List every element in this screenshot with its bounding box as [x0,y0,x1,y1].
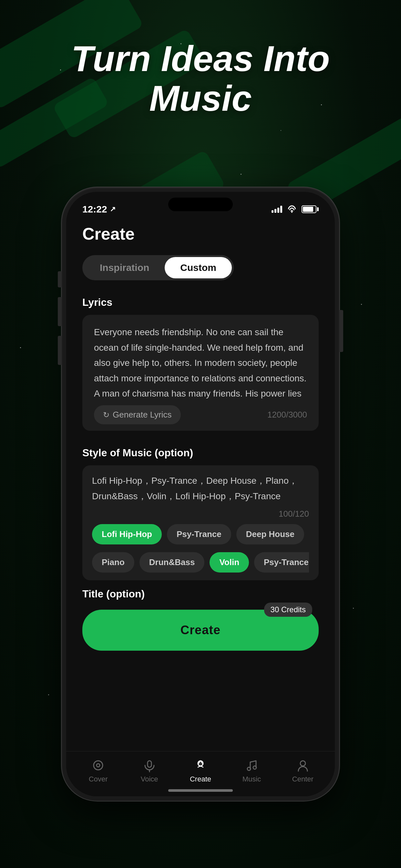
nav-item-center[interactable]: Center [277,758,328,783]
svg-point-5 [247,767,251,771]
voice-icon [143,758,157,772]
svg-rect-2 [148,761,151,767]
svg-point-1 [96,764,100,767]
style-section-label: Style of Music (option) [82,447,319,459]
nav-label-voice: Voice [141,775,158,783]
tag-psy-trance-2[interactable]: Psy-Trance [254,552,309,572]
nav-label-create: Create [190,775,211,783]
dynamic-island [168,197,233,211]
generate-lyrics-button[interactable]: ↻ Generate Lyrics [94,405,181,424]
tags-row-1: Lofi Hip-Hop Psy-Trance Deep House Volin [92,524,309,552]
nav-item-music[interactable]: Music [226,758,277,783]
wifi-icon [287,206,297,213]
lyrics-section-label: Lyrics [82,297,319,308]
create-area: 30 Credits Create [82,610,319,651]
lyrics-text: Everyone needs friendship. No one can sa… [94,324,307,399]
nav-item-create[interactable]: Create [175,758,226,783]
style-char-count: 100/120 [92,509,309,524]
tag-lofi-hiphop[interactable]: Lofi Hip-Hop [92,524,162,545]
custom-mode-button[interactable]: Custom [165,257,232,278]
svg-point-6 [253,766,256,769]
title-section-label: Title (option) [82,588,319,600]
tag-deep-house[interactable]: Deep House [236,524,304,545]
home-indicator [168,789,233,792]
tags-row-2: Piano Drun&Bass Volin Psy-Trance Drum [92,552,309,580]
tag-psy-trance[interactable]: Psy-Trance [167,524,231,545]
nav-item-cover[interactable]: Cover [73,758,124,783]
create-icon [193,758,208,772]
center-icon [296,758,310,772]
headline-text: Turn Ideas Into Music [0,39,401,118]
style-text: Lofi Hip-Hop，Psy-Trance，Deep House，Plano… [92,473,309,509]
credits-badge: 30 Credits [264,602,312,617]
tag-piano[interactable]: Piano [92,552,134,572]
nav-label-music: Music [243,775,261,783]
tag-drun-bass[interactable]: Drun&Bass [140,552,205,572]
tag-volin-2[interactable]: Volin [210,552,249,572]
cover-icon [91,758,105,772]
signal-icon [272,206,282,213]
battery-icon [302,206,319,213]
title-section: Title (option) [82,588,319,600]
status-time: 12:22 ↗ [82,204,116,215]
music-icon [244,758,258,772]
lyrics-box[interactable]: Everyone needs friendship. No one can sa… [82,315,319,431]
nav-label-center: Center [292,775,313,783]
lyrics-char-count: 1200/3000 [267,410,307,420]
phone-frame: 12:22 ↗ [62,187,339,801]
inspiration-mode-button[interactable]: Inspiration [84,257,165,278]
page-title: Create [82,224,319,244]
nav-item-voice[interactable]: Voice [124,758,175,783]
svg-point-7 [300,761,305,766]
nav-label-cover: Cover [89,775,108,783]
style-box[interactable]: Lofi Hip-Hop，Psy-Trance，Deep House，Plano… [82,465,319,580]
mode-toggle: Inspiration Custom [82,255,234,280]
refresh-icon: ↻ [103,410,110,420]
svg-point-0 [94,761,103,770]
